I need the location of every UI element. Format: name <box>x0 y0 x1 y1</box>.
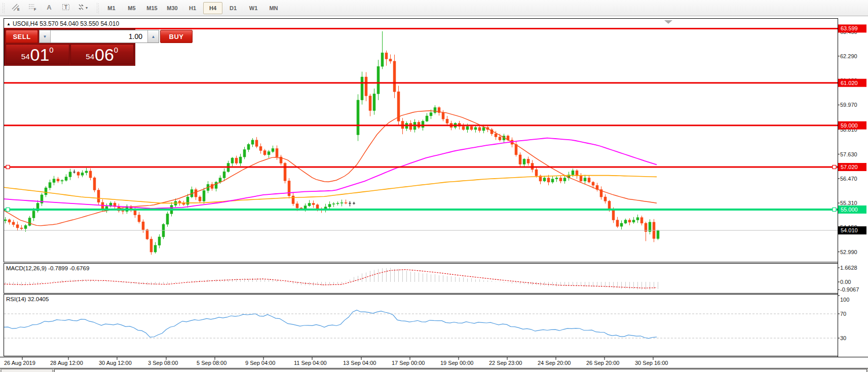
date-tick-label: 9 Sep 04:00 <box>245 360 275 366</box>
text-tool-button[interactable]: A <box>42 2 56 15</box>
buy-price-display[interactable]: 54 06 0 <box>70 44 134 64</box>
buy-button[interactable]: BUY <box>160 30 193 43</box>
price-tick-label: 59.970 <box>840 102 857 108</box>
svg-text:T: T <box>64 5 67 10</box>
mt4-window: { "toolbar": { "tools": [ {"name": "equi… <box>0 0 868 372</box>
timeframe-button-m30[interactable]: M30 <box>163 2 182 14</box>
sell-price-fraction: 0 <box>49 46 53 54</box>
date-tick-label: 26 Sep 20:00 <box>586 360 619 366</box>
fibonacci-retracement-tool-button[interactable]: F <box>25 2 40 15</box>
macd-tick-label: -0.9067 <box>840 286 859 293</box>
rsi-tick-label: 100 <box>840 297 849 303</box>
timeframe-button-h4[interactable]: H4 <box>203 2 222 14</box>
timeframe-button-m15[interactable]: M15 <box>142 2 162 14</box>
arrows-tool-button[interactable]: ▾ <box>75 2 90 15</box>
buy-price-fraction: 0 <box>114 46 118 54</box>
price-badge-59.000: 59.000 <box>838 121 866 130</box>
chevron-up-icon: ▲ <box>152 34 156 39</box>
arrows-icon <box>77 3 85 13</box>
svg-text:57.020: 57.020 <box>841 164 858 170</box>
equidistant-channel-tool-button[interactable]: E <box>8 2 23 15</box>
svg-text:63.599: 63.599 <box>841 25 858 31</box>
svg-text:A: A <box>47 3 52 11</box>
sell-price-main: 01 <box>30 47 50 62</box>
object-tools-group: EFAT▾ <box>7 2 91 15</box>
date-tick-label: 28 Aug 12:00 <box>50 360 83 366</box>
date-tick-label: 30 Aug 12:00 <box>99 360 132 366</box>
macd-label: MACD(12,26,9) -0.7899 -0.6769 <box>6 265 89 271</box>
line-selection-handle[interactable] <box>6 208 10 212</box>
bottom-tab[interactable] <box>1 369 53 372</box>
bottom-window-strip <box>0 368 868 372</box>
line-selection-handle[interactable] <box>6 166 10 169</box>
date-tick-label: 5 Sep 08:00 <box>197 360 227 366</box>
timeframe-button-w1[interactable]: W1 <box>244 2 263 14</box>
svg-text:F: F <box>34 8 36 11</box>
top-toolbar: EFAT▾ M1M5M15M30H1H4D1W1MN <box>0 0 868 16</box>
volume-increase-button[interactable]: ▲ <box>147 30 159 43</box>
date-tick-label: 19 Sep 00:00 <box>440 360 473 366</box>
toolbar-grip[interactable] <box>3 3 5 13</box>
buy-price-main: 06 <box>95 47 114 62</box>
svg-text:55.000: 55.000 <box>841 206 858 213</box>
date-tick-label: 3 Sep 08:00 <box>148 360 178 366</box>
rsi-tick-label: 70 <box>840 311 846 317</box>
date-tick-label: 13 Sep 04:00 <box>343 360 376 366</box>
rsi-label: RSI(14) 32.0405 <box>6 296 49 302</box>
svg-text:61.020: 61.020 <box>841 80 858 86</box>
one-click-trading-panel: SELL ▼ ▲ BUY 54 01 0 54 06 0 <box>4 28 135 66</box>
symbol-marker-icon: ▲ <box>7 22 11 26</box>
text-label-tool-button[interactable]: T <box>58 2 73 15</box>
svg-text:59.000: 59.000 <box>841 122 858 129</box>
sell-price-whole: 54 <box>21 52 30 61</box>
price-badge-54.010: 54.010 <box>838 226 866 234</box>
date-tick-label: 24 Sep 20:00 <box>538 360 571 366</box>
line-selection-handle[interactable] <box>833 166 836 169</box>
toolbar-grip-2[interactable] <box>97 3 99 13</box>
text-label-icon: T <box>61 3 70 13</box>
sell-button[interactable]: SELL <box>6 30 38 43</box>
volume-decrease-button[interactable]: ▼ <box>40 30 51 43</box>
svg-text:E: E <box>17 8 20 11</box>
chevron-down-icon: ▼ <box>43 34 47 39</box>
svg-text:54.010: 54.010 <box>841 227 858 233</box>
date-tick-label: 22 Sep 23:00 <box>489 360 522 366</box>
dropdown-caret-icon: ▾ <box>86 6 88 10</box>
date-tick-label: 30 Sep 16:00 <box>635 360 668 366</box>
price-badge-55.000: 55.000 <box>838 205 866 214</box>
macd-tick-label: 0.00 <box>840 279 851 285</box>
timeframes-group: M1M5M15M30H1H4D1W1MN <box>101 2 284 14</box>
date-tick-label: 26 Aug 2019 <box>4 360 35 366</box>
price-tick-label: 62.290 <box>840 53 857 59</box>
symbol-ohlc-line: ▲USOil,H4 53.570 54.040 53.550 54.010 <box>7 20 119 27</box>
date-tick-label: 11 Sep 04:00 <box>294 360 327 366</box>
timeframe-button-m5[interactable]: M5 <box>122 2 141 14</box>
volume-spinner: ▼ ▲ <box>39 30 159 43</box>
sell-price-display[interactable]: 54 01 0 <box>6 44 69 64</box>
chart-background <box>0 16 868 368</box>
volume-input[interactable] <box>51 30 147 43</box>
price-tick-label: 55.310 <box>840 200 857 206</box>
timeframe-button-d1[interactable]: D1 <box>223 2 243 14</box>
price-badge-63.599: 63.599 <box>838 24 866 32</box>
price-tick-label: 57.630 <box>840 151 857 157</box>
bottom-docked-panel <box>54 369 867 372</box>
fibonacci-icon: F <box>28 3 37 13</box>
macd-tick-label: 1.6628 <box>840 265 857 271</box>
rsi-tick-label: 30 <box>840 335 846 341</box>
letter-a-icon: A <box>45 3 53 13</box>
price-tick-label: 56.470 <box>840 176 857 182</box>
price-tick-label: 52.990 <box>840 249 857 255</box>
buy-price-whole: 54 <box>86 52 94 61</box>
price-badge-57.020: 57.020 <box>838 163 866 171</box>
price-badge-61.020: 61.020 <box>838 79 866 87</box>
date-tick-label: 17 Sep 00:00 <box>392 360 425 366</box>
timeframe-button-m1[interactable]: M1 <box>102 2 121 14</box>
line-selection-handle[interactable] <box>833 208 836 212</box>
symbol-ohlc-text: USOil,H4 53.570 54.040 53.550 54.010 <box>13 20 119 27</box>
equidistant-channel-icon: E <box>11 3 20 13</box>
timeframe-button-mn[interactable]: MN <box>264 2 283 14</box>
timeframe-button-h1[interactable]: H1 <box>183 2 202 14</box>
